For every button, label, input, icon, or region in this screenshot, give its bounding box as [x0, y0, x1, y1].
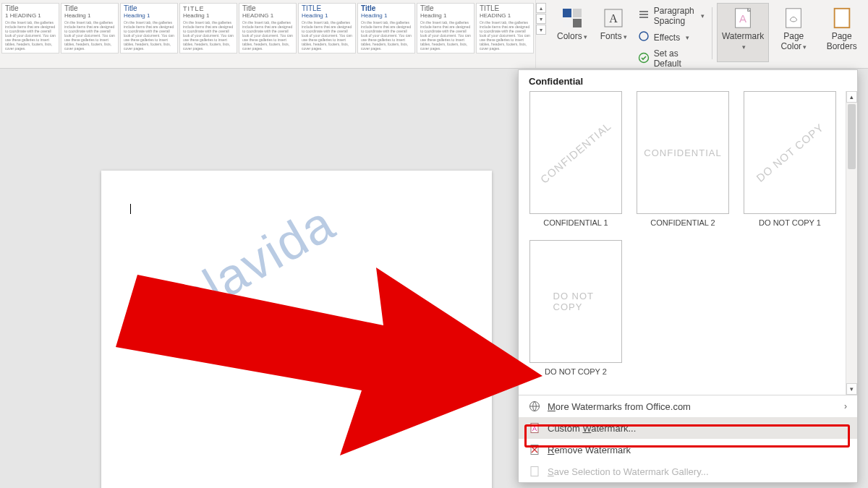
document-formatting-gallery[interactable]: Title1 HEADING 1On the Insert tab, the g…	[0, 0, 536, 68]
colors-icon	[561, 7, 584, 30]
watermark-caption: CONFIDENTIAL 2	[650, 218, 715, 227]
svg-rect-1	[573, 9, 582, 17]
page-watermark-text: Malavida	[130, 194, 344, 351]
watermark-gallery-panel: Confidential CONFIDENTIALCONFIDENTIAL 1C…	[518, 69, 858, 483]
document-page[interactable]: Malavida	[101, 171, 492, 488]
effects-icon	[638, 30, 650, 44]
watermark-caption: DO NOT COPY 1	[759, 218, 821, 227]
style-preset-6[interactable]: TitleHeading 1On the Insert tab, the gal…	[357, 3, 415, 53]
formatting-options-stack: Paragraph Spacing▾ Effects▾ Set as Defau…	[635, 3, 708, 70]
remove-watermark-label: Remove Watermark	[548, 445, 631, 455]
colors-button[interactable]: Colors▾	[552, 3, 592, 62]
globe-icon	[529, 401, 540, 412]
paragraph-spacing-label: Paragraph Spacing	[654, 6, 696, 26]
effects-label: Effects	[654, 33, 680, 43]
remove-watermark-menu-item[interactable]: Remove Watermark	[519, 439, 857, 461]
watermark-grid: CONFIDENTIALCONFIDENTIAL 1CONFIDENTIALCO…	[529, 91, 850, 376]
watermark-preset-1[interactable]: CONFIDENTIALCONFIDENTIAL 2	[636, 91, 730, 227]
style-preset-2[interactable]: TitleHeading 1On the Insert tab, the gal…	[120, 3, 178, 53]
fonts-button[interactable]: A Fonts▾	[595, 3, 632, 62]
style-preset-7[interactable]: TitleHeading 1On the Insert tab, the gal…	[417, 3, 475, 53]
ribbon-separator	[712, 7, 712, 59]
text-cursor	[130, 204, 131, 214]
page-color-button[interactable]: Page Color▾	[772, 3, 815, 62]
watermark-preset-0[interactable]: CONFIDENTIALCONFIDENTIAL 1	[529, 91, 623, 227]
page-color-icon	[782, 7, 805, 30]
more-watermarks-menu-item[interactable]: More Watermarks from Office.com ›	[519, 395, 857, 417]
style-preset-1[interactable]: TitleHeading 1On the Insert tab, the gal…	[61, 3, 119, 53]
more-watermarks-label: More Watermarks from Office.com	[548, 401, 691, 412]
watermark-category-header: Confidential	[519, 70, 857, 91]
check-icon	[638, 52, 650, 66]
watermark-label: Watermark	[722, 31, 764, 41]
svg-text:A: A	[609, 12, 618, 25]
watermark-gallery-scroll[interactable]: CONFIDENTIALCONFIDENTIAL 1CONFIDENTIALCO…	[519, 91, 857, 395]
style-preset-3[interactable]: TITLEHeading 1On the Insert tab, the gal…	[179, 3, 237, 53]
style-preset-4[interactable]: TitleHEADING 1On the Insert tab, the gal…	[239, 3, 297, 53]
svg-rect-0	[563, 9, 571, 17]
paragraph-spacing-icon	[638, 9, 650, 23]
gallery-scroll-controls[interactable]: ▴ ▾ ▾	[536, 3, 546, 68]
svg-text:A: A	[739, 12, 746, 25]
style-preset-0[interactable]: Title1 HEADING 1On the Insert tab, the g…	[1, 3, 59, 53]
watermark-thumb: DO NOT COPY	[744, 91, 836, 214]
watermark-thumb-text: DO NOT COPY	[553, 291, 599, 312]
svg-rect-2	[563, 19, 571, 27]
svg-point-6	[639, 32, 648, 40]
svg-text:A: A	[532, 425, 537, 432]
page-color-label: Page Color	[780, 31, 804, 51]
watermark-thumb: CONFIDENTIAL	[529, 91, 622, 214]
watermark-thumb-text: CONFIDENTIAL	[644, 147, 721, 158]
page-borders-icon	[830, 7, 854, 30]
custom-watermark-label: Custom Watermark...	[548, 423, 636, 434]
svg-rect-3	[573, 19, 582, 27]
page-borders-label: Page Borders	[823, 31, 860, 51]
page-a-icon: A	[529, 422, 540, 434]
set-default-label: Set as Default	[654, 48, 705, 69]
gallery-down-icon[interactable]: ▾	[536, 14, 546, 24]
save-selection-menu-item: Save Selection to Watermark Gallery...	[519, 461, 857, 482]
gallery-up-icon[interactable]: ▴	[536, 3, 546, 13]
svg-rect-16	[531, 467, 538, 476]
gallery-scrollbar[interactable]: ▴ ▾	[846, 91, 857, 395]
ribbon-right-group: Colors▾ A Fonts▾ Paragraph Spacing▾ Effe…	[546, 0, 868, 68]
gallery-more-icon[interactable]: ▾	[536, 25, 546, 35]
save-selection-label: Save Selection to Watermark Gallery...	[548, 466, 709, 477]
colors-label: Colors	[557, 31, 582, 41]
set-default-button[interactable]: Set as Default	[635, 47, 708, 70]
watermark-preset-2[interactable]: DO NOT COPYDO NOT COPY 1	[743, 91, 837, 227]
svg-rect-10	[786, 9, 801, 27]
watermark-button[interactable]: A Watermark▾	[717, 3, 769, 62]
fonts-icon: A	[602, 7, 625, 30]
svg-rect-11	[834, 9, 849, 27]
effects-button[interactable]: Effects▾	[635, 29, 708, 46]
submenu-caret-icon: ›	[844, 401, 847, 411]
design-ribbon: Title1 HEADING 1On the Insert tab, the g…	[0, 0, 868, 69]
watermark-menu-footer: More Watermarks from Office.com › A Cust…	[519, 395, 857, 482]
save-gallery-icon	[529, 466, 540, 477]
paragraph-spacing-button[interactable]: Paragraph Spacing▾	[635, 4, 708, 27]
scroll-down-icon[interactable]: ▾	[846, 383, 857, 395]
watermark-thumb-text: CONFIDENTIAL	[538, 119, 613, 185]
watermark-preset-3[interactable]: DO NOT COPYDO NOT COPY 2	[529, 240, 623, 376]
page-borders-button[interactable]: Page Borders	[818, 3, 865, 62]
watermark-thumb: CONFIDENTIAL	[637, 91, 729, 214]
scrollbar-thumb[interactable]	[848, 104, 856, 169]
watermark-thumb: DO NOT COPY	[529, 240, 622, 363]
style-preset-5[interactable]: TITLEHeading 1On the Insert tab, the gal…	[298, 3, 356, 53]
watermark-thumb-text: DO NOT COPY	[754, 121, 826, 184]
scroll-up-icon[interactable]: ▴	[846, 91, 857, 103]
watermark-caption: DO NOT COPY 2	[545, 367, 607, 376]
fonts-label: Fonts	[600, 31, 622, 41]
watermark-icon: A	[731, 7, 754, 30]
watermark-caption: CONFIDENTIAL 1	[543, 218, 608, 227]
custom-watermark-menu-item[interactable]: A Custom Watermark...	[519, 417, 857, 439]
style-preset-8[interactable]: TITLEHEADING 1On the Insert tab, the gal…	[476, 3, 534, 53]
remove-page-icon	[529, 444, 540, 455]
